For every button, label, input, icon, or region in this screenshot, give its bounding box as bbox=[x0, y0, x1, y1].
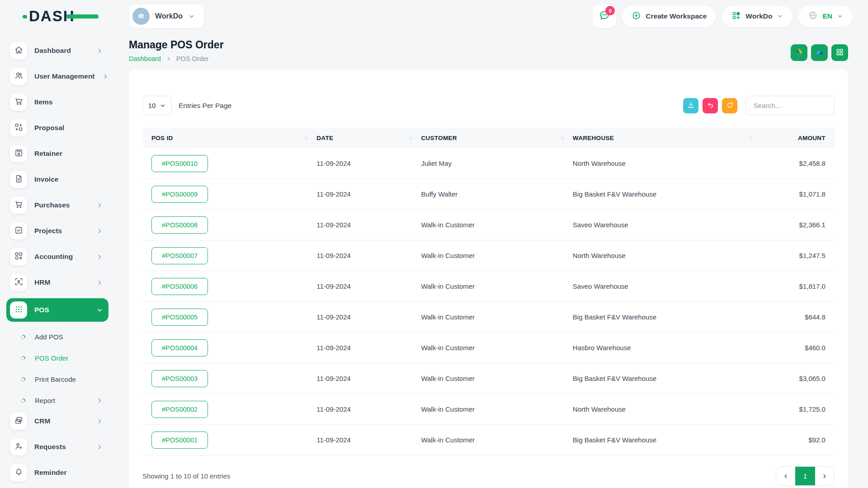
home-icon bbox=[14, 45, 24, 56]
date-cell: 11-09-2024 bbox=[316, 160, 421, 167]
sidebar-item-proposal[interactable]: Proposal bbox=[6, 118, 108, 138]
warehouse-cell: Hasbro Warehouse bbox=[573, 344, 761, 352]
workspace-avatar bbox=[132, 8, 150, 25]
google-drive-button[interactable] bbox=[791, 44, 807, 61]
entries-per-page-select[interactable]: 10 bbox=[142, 96, 172, 115]
language-dropdown[interactable]: EN bbox=[798, 6, 853, 27]
column-header-customer[interactable]: CUSTOMER ↑↓ bbox=[421, 135, 572, 141]
chevron-right-icon bbox=[96, 397, 103, 404]
pagination-page-1[interactable]: 1 bbox=[795, 467, 815, 485]
user-plus-icon bbox=[14, 441, 24, 453]
amount-cell: $3,065.0 bbox=[761, 375, 826, 382]
pos-id-badge[interactable]: #POS00008 bbox=[151, 216, 208, 234]
column-header-pos-id[interactable]: POS ID ↑↓ bbox=[151, 135, 316, 141]
pagination: 1 bbox=[776, 466, 835, 486]
sidebar-item-crm[interactable]: CRM bbox=[6, 411, 108, 431]
pos-id-badge[interactable]: #POS00005 bbox=[151, 309, 208, 326]
date-cell: 11-09-2024 bbox=[316, 282, 421, 290]
pos-icon bbox=[14, 305, 24, 316]
sidebar-item-items[interactable]: Items bbox=[6, 92, 108, 112]
customer-cell: Walk-in Customer bbox=[421, 313, 572, 321]
messages-button[interactable]: 0 bbox=[593, 5, 616, 28]
entries-per-page-label: Entries Per Page bbox=[179, 102, 231, 110]
workspace-name: WorkDo bbox=[155, 12, 183, 20]
workspace-selector[interactable]: WorkDo bbox=[129, 5, 204, 28]
sidebar-item-pos[interactable]: POS bbox=[6, 298, 108, 322]
pagination-prev-button[interactable] bbox=[776, 467, 795, 485]
table-row: #POS00007 11-09-2024 Walk-in Customer No… bbox=[142, 240, 835, 271]
sort-icon[interactable]: ↑↓ bbox=[409, 135, 412, 141]
warehouse-cell: North Warehouse bbox=[573, 405, 761, 413]
pos-id-badge[interactable]: #POS00002 bbox=[151, 401, 208, 418]
globe-icon bbox=[808, 10, 818, 22]
pos-id-badge[interactable]: #POS00001 bbox=[151, 432, 208, 449]
grid-icon bbox=[835, 48, 844, 58]
pagination-next-button[interactable] bbox=[815, 467, 834, 485]
table-row: #POS00010 11-09-2024 Juliet May North Wa… bbox=[142, 148, 835, 179]
plus-circle-icon bbox=[632, 11, 641, 22]
column-header-amount[interactable]: AMOUNT bbox=[761, 135, 826, 141]
chevron-down-icon bbox=[96, 307, 103, 314]
warehouse-cell: Big Basket F&V Warehouse bbox=[573, 190, 761, 198]
refresh-icon bbox=[726, 101, 734, 110]
sidebar-item-projects[interactable]: Projects bbox=[6, 221, 108, 241]
sidebar-item-requests[interactable]: Requests bbox=[6, 437, 108, 457]
proposal-icon bbox=[14, 122, 24, 134]
column-header-date[interactable]: DATE ↑↓ bbox=[316, 135, 421, 141]
users-icon bbox=[14, 71, 24, 82]
chevron-right-icon bbox=[96, 444, 103, 450]
sidebar-subitem-report[interactable]: Report bbox=[0, 390, 116, 411]
sidebar-item-invoice[interactable]: Invoice bbox=[6, 169, 108, 189]
sidebar-subitem-pos-order[interactable]: POS Order bbox=[0, 347, 116, 369]
sidebar-subitem-add-pos[interactable]: Add POS bbox=[0, 326, 116, 347]
sidebar-item-retainer[interactable]: Retainer bbox=[6, 144, 108, 164]
date-cell: 11-09-2024 bbox=[316, 313, 421, 321]
sort-icon[interactable]: ↑↓ bbox=[749, 135, 752, 141]
cart-icon bbox=[14, 97, 24, 108]
sidebar-subitem-print-barcode[interactable]: Print Barcode bbox=[0, 369, 116, 390]
date-cell: 11-09-2024 bbox=[316, 221, 421, 229]
refresh-button[interactable] bbox=[722, 98, 737, 113]
grid-view-button[interactable] bbox=[831, 44, 848, 61]
breadcrumb: Dashboard POS Order bbox=[129, 55, 224, 62]
cart-icon bbox=[14, 200, 24, 211]
search-input[interactable] bbox=[745, 96, 835, 115]
customer-cell: Juliet May bbox=[421, 160, 572, 167]
pos-id-badge[interactable]: #POS00009 bbox=[151, 186, 208, 203]
pos-id-badge[interactable]: #POS00010 bbox=[151, 155, 208, 172]
chevron-right-icon bbox=[96, 418, 103, 425]
sort-icon[interactable]: ↑↓ bbox=[561, 135, 564, 141]
sidebar-item-purchases[interactable]: Purchases bbox=[6, 195, 108, 215]
retainer-icon bbox=[14, 148, 24, 160]
warehouse-cell: Big Basket F&V Warehouse bbox=[573, 375, 761, 382]
pos-id-badge[interactable]: #POS00006 bbox=[151, 278, 208, 295]
onedrive-button[interactable] bbox=[811, 44, 828, 61]
date-cell: 11-09-2024 bbox=[316, 375, 421, 382]
customer-cell: Walk-in Customer bbox=[421, 344, 572, 352]
sidebar-item-hrm[interactable]: HRM bbox=[6, 272, 108, 292]
amount-cell: $2,458.8 bbox=[761, 160, 826, 167]
sidebar-item-accounting[interactable]: Accounting bbox=[6, 247, 108, 267]
app-switcher-dropdown[interactable]: WorkDo bbox=[722, 6, 793, 27]
table-row: #POS00008 11-09-2024 Walk-in Customer Sa… bbox=[142, 210, 835, 240]
chat-count-badge: 0 bbox=[605, 6, 615, 15]
reset-undo-button[interactable] bbox=[703, 98, 718, 113]
customer-cell: Buffy Walter bbox=[421, 190, 572, 198]
pos-id-badge[interactable]: #POS00004 bbox=[151, 339, 208, 357]
pos-order-card: 10 Entries Per Page bbox=[129, 70, 848, 488]
bullet-icon bbox=[21, 377, 25, 382]
create-workspace-button[interactable]: Create Workspace bbox=[622, 6, 716, 27]
pos-id-badge[interactable]: #POS00003 bbox=[151, 370, 208, 387]
sidebar-item-reminder[interactable]: Reminder bbox=[6, 463, 108, 483]
column-header-warehouse[interactable]: WAREHOUSE ↑↓ bbox=[573, 135, 761, 141]
pos-id-badge[interactable]: #POS00007 bbox=[151, 247, 208, 264]
sidebar-item-dashboard[interactable]: Dashboard bbox=[6, 41, 108, 61]
chevron-right-icon bbox=[96, 279, 103, 286]
sort-icon[interactable]: ↑↓ bbox=[304, 135, 307, 141]
bullet-icon bbox=[21, 335, 25, 339]
export-download-button[interactable] bbox=[683, 98, 698, 113]
warehouse-cell: Saveo Warehouse bbox=[573, 282, 761, 290]
chevron-right-icon bbox=[96, 228, 103, 235]
breadcrumb-dashboard-link[interactable]: Dashboard bbox=[129, 55, 161, 62]
sidebar-item-user-management[interactable]: User Management bbox=[6, 66, 108, 86]
